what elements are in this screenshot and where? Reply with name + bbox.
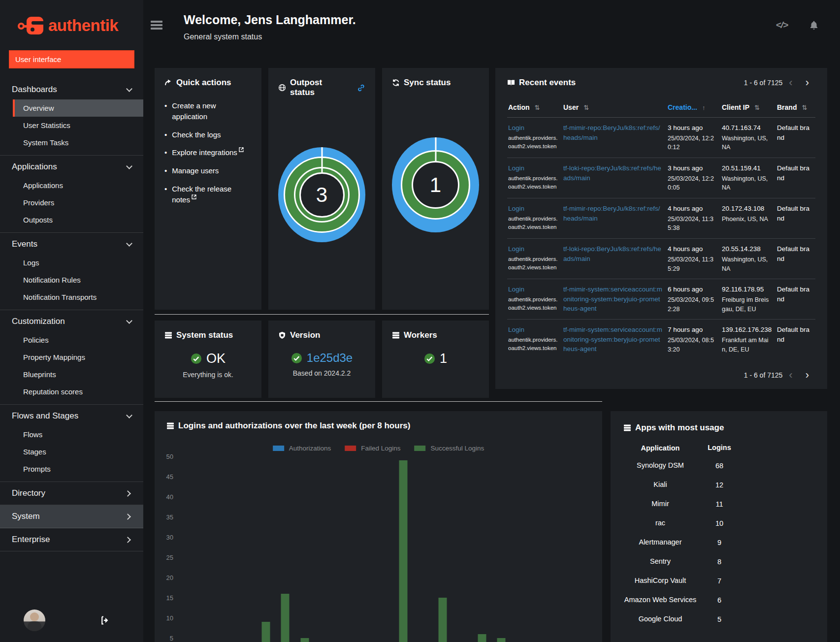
pagination-prev-icon[interactable]: ‹ (782, 372, 799, 379)
chart-bar (301, 638, 309, 642)
sidebar-section-collapsed[interactable]: System (0, 505, 143, 528)
sidebar-items: LogsNotification RulesNotification Trans… (0, 254, 143, 306)
sidebar-section-header[interactable]: Flows and Stages (0, 405, 143, 426)
event-action-link[interactable]: Login (508, 244, 524, 254)
column-header-brand[interactable]: Brand⇅ (776, 99, 815, 118)
event-user-link[interactable]: tf-loki-repo:BeryJu/k8s:ref:refs/heads/m… (563, 244, 663, 263)
chevron-down-icon (126, 318, 132, 324)
y-axis-tick-label: 15 (161, 594, 173, 602)
event-time-relative: 7 hours ago (668, 325, 717, 335)
pagination-next-icon[interactable]: › (799, 79, 815, 86)
sidebar-item[interactable]: Stages (13, 443, 143, 460)
app-login-count: 8 (697, 558, 742, 566)
quick-action-link[interactable]: Manage users (172, 165, 219, 176)
chevron-right-icon (125, 537, 131, 543)
app-name: Synology DSM (623, 461, 697, 471)
column-header-client-ip[interactable]: Client IP⇅ (721, 99, 776, 118)
card-title: System status (176, 330, 233, 340)
quick-actions-card: Quick actions • Create a new application (155, 68, 261, 310)
sidebar-item[interactable]: Outposts (13, 211, 143, 228)
sidebar-collapsed-sections: Directory System Enterprise (0, 482, 143, 551)
sidebar-section-collapsed[interactable]: Directory (0, 482, 143, 505)
event-action-raw: authentik.providers.oauth2.views.token (508, 295, 558, 313)
notifications-bell-icon[interactable] (808, 20, 819, 31)
event-client-ip: 20.172.43.108 (722, 204, 772, 214)
version-value[interactable]: 1e25d3e (307, 351, 353, 365)
sidebar-item[interactable]: Property Mappings (13, 349, 143, 366)
sidebar-item[interactable]: Notification Transports (13, 289, 143, 306)
sidebar-section-header[interactable]: Applications (0, 156, 143, 177)
sidebar: authentik User interface Dashboards Over… (0, 0, 143, 642)
topbar: Welcome, Jens Langhammer. General system… (143, 0, 840, 68)
hamburger-menu-icon[interactable] (151, 21, 162, 31)
event-action-link[interactable]: Login (508, 204, 524, 214)
chart-bar (261, 622, 270, 642)
sync-status-donut: 1 (392, 137, 479, 232)
event-client-ip: 20.51.159.41 (722, 163, 772, 173)
user-avatar[interactable] (24, 610, 45, 631)
y-axis-tick-label: 40 (161, 493, 173, 501)
app-name: HashiCorp Vault (623, 576, 697, 586)
sync-icon (392, 79, 400, 87)
app-login-count: 68 (697, 462, 742, 470)
event-action-link[interactable]: Login (508, 163, 524, 173)
sidebar-footer (0, 610, 143, 642)
y-axis-tick-label: 35 (161, 514, 173, 521)
quick-action-link[interactable]: Check the logs (172, 129, 221, 140)
event-time-absolute: 25/03/2024, 11:35:38 (668, 215, 717, 233)
bullet-icon: • (164, 147, 167, 158)
workers-value: 1 (440, 351, 447, 366)
sidebar-item[interactable]: Overview (13, 99, 143, 117)
event-action-link[interactable]: Login (508, 285, 524, 294)
event-row: Login authentik.providers.oauth2.views.t… (507, 320, 815, 360)
event-geo: Washington, US, NA (722, 255, 772, 274)
workers-card: Workers 1 (382, 321, 489, 398)
quick-action-link[interactable]: Check the release notes (172, 184, 252, 205)
sidebar-item[interactable]: Reputation scores (13, 383, 143, 400)
y-axis-tick-label: 10 (161, 614, 173, 622)
event-user-link[interactable]: tf-mimir-system:serviceaccount:monitorin… (563, 285, 663, 314)
sidebar-item[interactable]: User Statistics (13, 117, 143, 134)
sidebar-item[interactable]: Policies (13, 331, 143, 349)
quick-action-link[interactable]: Create a new application (172, 100, 252, 122)
pagination-next-icon[interactable]: › (799, 372, 815, 379)
column-header-action[interactable]: Action⇅ (507, 99, 562, 118)
column-header-creation[interactable]: Creatio...↑ (667, 99, 721, 118)
y-axis-tick-label: 5 (161, 635, 173, 642)
book-icon (507, 79, 515, 87)
check-circle-icon (424, 353, 435, 364)
event-action-link[interactable]: Login (508, 325, 524, 335)
api-code-icon[interactable]: </> (776, 20, 788, 31)
event-user-link[interactable]: tf-mimir-system:serviceaccount:monitorin… (563, 325, 663, 354)
apps-column-application: Application (623, 444, 697, 453)
link-icon[interactable] (357, 84, 365, 92)
chart-bar (399, 460, 407, 642)
sidebar-item[interactable]: Logs (13, 254, 143, 271)
sidebar-item[interactable]: Providers (13, 194, 143, 211)
sidebar-item[interactable]: System Tasks (13, 134, 143, 151)
sidebar-section-collapsed[interactable]: Enterprise (0, 528, 143, 551)
sidebar-item[interactable]: Blueprints (13, 366, 143, 383)
sidebar-section-header[interactable]: Events (0, 233, 143, 254)
user-interface-button[interactable]: User interface (9, 50, 134, 68)
quick-actions-list: • Create a new application • Check the l… (164, 100, 252, 205)
sidebar-item[interactable]: Applications (13, 177, 143, 194)
event-user-link[interactable]: tf-loki-repo:BeryJu/k8s:ref:refs/heads/m… (563, 163, 663, 183)
quick-action-link[interactable]: Explore integrations (172, 147, 244, 158)
sync-count: 1 (430, 173, 441, 197)
sidebar-section-header[interactable]: Dashboards (0, 78, 143, 99)
event-action-link[interactable]: Login (508, 123, 524, 133)
y-axis-tick-label: 50 (161, 453, 173, 460)
sidebar-section-header[interactable]: Customization (0, 310, 143, 331)
event-user-link[interactable]: tf-mimir-repo:BeryJu/k8s:ref:refs/heads/… (563, 204, 663, 223)
pagination-prev-icon[interactable]: ‹ (782, 79, 799, 86)
server-icon (392, 331, 400, 339)
event-user-link[interactable]: tf-mimir-repo:BeryJu/k8s:ref:refs/heads/… (563, 123, 663, 142)
sidebar-item[interactable]: Prompts (13, 460, 143, 478)
sidebar-item[interactable]: Notification Rules (13, 271, 143, 289)
card-title: Workers (404, 330, 437, 340)
column-header-user[interactable]: User⇅ (562, 99, 667, 118)
sidebar-item[interactable]: Flows (13, 426, 143, 443)
pagination-bottom: 1 - 6 of 7125 ‹ › (744, 371, 815, 379)
logout-icon[interactable] (98, 615, 109, 626)
